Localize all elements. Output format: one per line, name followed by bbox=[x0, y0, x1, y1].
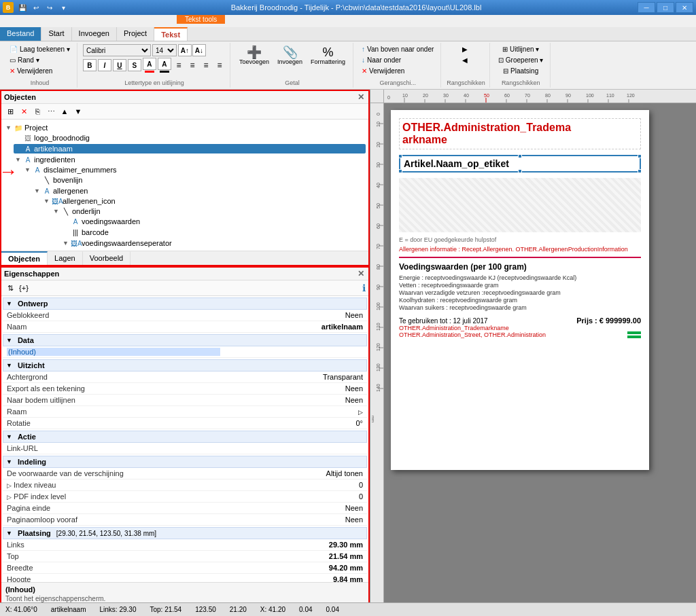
font-color2-btn[interactable]: A bbox=[158, 58, 171, 70]
props-sort-btn[interactable]: ⇅ bbox=[4, 282, 16, 294]
save-btn[interactable]: 💾 bbox=[16, 2, 29, 13]
tab-lagen[interactable]: Lagen bbox=[48, 251, 83, 265]
barcode-content[interactable]: ||| barcode bbox=[61, 228, 366, 237]
info-icon[interactable]: ℹ bbox=[362, 283, 366, 293]
tab-bestand[interactable]: Bestand bbox=[0, 27, 41, 41]
toevoegen-btn[interactable]: ➕ Toevoegen bbox=[236, 44, 273, 67]
section-ontwerp-header[interactable]: ▼ Ontwerp bbox=[3, 297, 367, 310]
invoegen-btn[interactable]: 📎 Invoegen bbox=[274, 44, 306, 67]
tab-objecten[interactable]: Objecten bbox=[1, 251, 48, 265]
plaatsing-btn[interactable]: ⊟ Plaatsing bbox=[500, 66, 541, 76]
section-actie-header[interactable]: ▼ Actie bbox=[3, 431, 367, 443]
expand-allergenen[interactable]: ▼ bbox=[34, 187, 41, 194]
undo-btn[interactable]: ↩ bbox=[30, 2, 42, 13]
voedingswaardenseperator-content[interactable]: ▼ 🖼A voedingswaardenseperator bbox=[61, 238, 366, 248]
section-actie-expand[interactable]: ▼ bbox=[6, 433, 12, 440]
title-controls: ─ □ ✕ bbox=[638, 2, 693, 13]
expand-onderlijn[interactable]: ▼ bbox=[53, 208, 60, 215]
underline-btn[interactable]: U bbox=[113, 59, 126, 71]
ingredienten-content[interactable]: ▼ A ingredienten bbox=[14, 155, 366, 164]
disclaimer-content[interactable]: ▼ A disclaimer_enummers bbox=[23, 165, 366, 175]
lbl-artikelnaam[interactable]: Artikel.Naam_op_etiket bbox=[399, 155, 641, 173]
expand-allergenen-icon[interactable]: ▼ bbox=[44, 198, 50, 204]
naar-achter-btn[interactable]: ◀ bbox=[459, 55, 472, 65]
verwijderen2-btn[interactable]: ✕ Verwijderen bbox=[359, 66, 407, 76]
redo-btn[interactable]: ↪ bbox=[44, 2, 56, 13]
obj-more-btn[interactable]: ⋯ bbox=[45, 105, 57, 117]
bovenlijn-content[interactable]: ╲ bovenlijn bbox=[33, 175, 366, 185]
section-uitzicht-header[interactable]: ▼ Uitzicht bbox=[3, 359, 367, 372]
raam-expand-icon[interactable]: ▷ bbox=[358, 409, 363, 416]
font-color-btn[interactable]: A bbox=[143, 58, 156, 70]
uitlijnen-btn[interactable]: ⊞ Uitlijnen ▾ bbox=[500, 44, 542, 54]
expand-project[interactable]: ▼ bbox=[5, 124, 12, 131]
tab-project[interactable]: Project bbox=[117, 27, 154, 41]
tab-tekst[interactable]: Tekst bbox=[154, 27, 188, 41]
laag-toekenen-btn[interactable]: 📄 Laag toekenen ▾ bbox=[7, 44, 73, 54]
obj-grid-btn[interactable]: ⊞ bbox=[4, 105, 16, 117]
artikelnaam-content[interactable]: A artikelnaam bbox=[14, 144, 366, 153]
section-plaatsing-expand[interactable]: ▼ bbox=[6, 530, 12, 537]
onderlijn-content[interactable]: ▼ ╲ onderlijn bbox=[52, 206, 366, 216]
naar-boven-btn[interactable]: ↑ Van boven naar onder bbox=[359, 44, 436, 54]
add-invoke-row: ➕ Toevoegen 📎 Invoegen % Formattering bbox=[236, 44, 349, 67]
close-button[interactable]: ✕ bbox=[676, 2, 693, 13]
font-name-select[interactable]: Calibri bbox=[83, 44, 151, 56]
index-niveau-expand[interactable]: ▷ bbox=[7, 482, 12, 489]
logo-content[interactable]: 🖼 logo_broodnodig bbox=[14, 133, 366, 143]
dropdown-btn[interactable]: ▾ bbox=[57, 2, 69, 13]
inhoud-value[interactable]: (Inhoud) bbox=[7, 348, 220, 356]
align-left-btn[interactable]: ≡ bbox=[173, 60, 185, 71]
pdf-index-expand[interactable]: ▷ bbox=[7, 494, 12, 501]
expand-voedingswaardenseperator[interactable]: ▼ bbox=[63, 240, 69, 247]
size-up-btn[interactable]: A↑ bbox=[178, 44, 192, 56]
obj-delete-btn[interactable]: ✕ bbox=[18, 105, 30, 117]
obj-down-btn[interactable]: ▼ bbox=[72, 105, 84, 117]
obj-up-btn[interactable]: ▲ bbox=[58, 105, 71, 117]
groeperen-btn[interactable]: ⊡ Groeperen ▾ bbox=[495, 55, 546, 65]
align-right-btn[interactable]: ≡ bbox=[200, 60, 212, 71]
voedingswaarden-content[interactable]: A voedingswaarden bbox=[61, 217, 366, 226]
objects-close-btn[interactable]: ✕ bbox=[356, 92, 366, 102]
align-justify-btn[interactable]: ≡ bbox=[213, 60, 226, 71]
section-uitzicht-expand[interactable]: ▼ bbox=[6, 362, 12, 369]
formattering-btn[interactable]: % Formattering bbox=[307, 44, 349, 67]
properties-close-btn[interactable]: ✕ bbox=[356, 269, 366, 278]
section-indeling-expand[interactable]: ▼ bbox=[6, 458, 12, 465]
section-data-header[interactable]: ▼ Data bbox=[3, 334, 367, 346]
tab-invoegen[interactable]: Invoegen bbox=[72, 27, 117, 41]
naar-voor-btn[interactable]: ▶ bbox=[459, 44, 472, 54]
obj-copy-btn[interactable]: ⎘ bbox=[31, 105, 44, 117]
max-button[interactable]: □ bbox=[657, 2, 674, 13]
italic-btn[interactable]: I bbox=[98, 59, 111, 71]
svg-text:60: 60 bbox=[504, 93, 510, 98]
section-plaatsing-header[interactable]: ▼ Plaatsing [29.30, 21.54, 123.50, 31.38… bbox=[3, 527, 367, 539]
bold-btn[interactable]: B bbox=[83, 59, 97, 71]
size-down-btn[interactable]: A↓ bbox=[192, 44, 206, 56]
tree-item-project-content[interactable]: ▼ 📁 Project bbox=[4, 123, 366, 132]
expand-disclaimer[interactable]: ▼ bbox=[24, 166, 31, 173]
props-category-btn[interactable]: {+} bbox=[18, 282, 30, 294]
strikethrough-btn[interactable]: S bbox=[128, 59, 141, 71]
verwijderen-btn[interactable]: ✕ Verwijderen bbox=[7, 66, 55, 76]
naar-onder-btn[interactable]: ↓ Naar onder bbox=[359, 55, 404, 65]
rand-btn[interactable]: ▭ Rand ▾ bbox=[7, 55, 42, 65]
align-center-btn[interactable]: ≡ bbox=[186, 60, 198, 71]
section-ontwerp-expand[interactable]: ▼ bbox=[6, 300, 12, 307]
left-panels: → Objecten ✕ ⊞ ✕ ⎘ ⋯ ▲ ▼ ▼ 📁 bbox=[0, 90, 370, 616]
voedingswaardenseperator-icon: 🖼A bbox=[71, 240, 80, 247]
allergenen-icon-content[interactable]: ▼ 🖼A allergenen_icon bbox=[42, 196, 366, 206]
allergenen-content[interactable]: ▼ A allergenen bbox=[33, 186, 366, 196]
section-indeling-header[interactable]: ▼ Indeling bbox=[3, 456, 367, 468]
font-size-select[interactable]: 14 pt bbox=[152, 44, 177, 56]
prop-links: Links 29.30 mm bbox=[3, 539, 367, 551]
section-data-expand[interactable]: ▼ bbox=[6, 337, 12, 344]
canvas-scroll[interactable]: OTHER.Administration_Tradema arkname Art… bbox=[384, 103, 696, 606]
status-height: 21.20 bbox=[230, 606, 247, 613]
tab-voorbeeld[interactable]: Voorbeeld bbox=[83, 251, 131, 265]
main-area: → Objecten ✕ ⊞ ✕ ⎘ ⋯ ▲ ▼ ▼ 📁 bbox=[0, 90, 696, 616]
desc-detail: Toont het eigenschappenscherm. bbox=[5, 595, 364, 602]
tree-item-disclaimer: ▼ A disclaimer_enummers ╲ bbox=[23, 164, 366, 251]
min-button[interactable]: ─ bbox=[638, 2, 655, 13]
tab-start[interactable]: Start bbox=[41, 27, 71, 41]
